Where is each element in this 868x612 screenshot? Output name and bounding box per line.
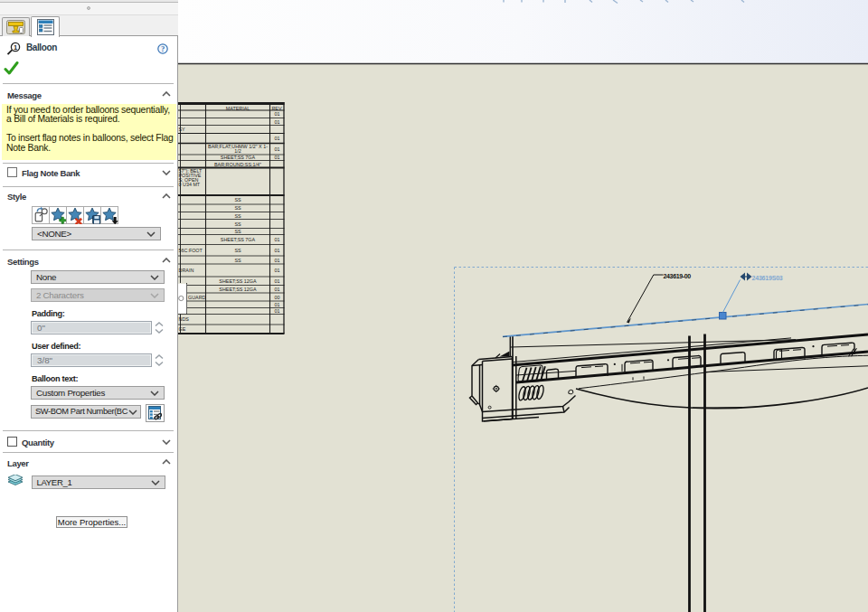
svg-text:SS: SS (234, 221, 241, 227)
svg-text:01: 01 (275, 111, 280, 117)
svg-text:SS: SS (234, 205, 241, 211)
svg-text:SS: SS (234, 258, 241, 263)
svg-text:243619S03: 243619S03 (752, 275, 783, 281)
svg-text:0 U34 MT: 0 U34 MT (179, 182, 201, 187)
svg-text:GE: GE (179, 326, 186, 332)
svg-text:SHEET;SS 12GA: SHEET;SS 12GA (219, 278, 257, 284)
svg-text:01: 01 (275, 258, 280, 263)
svg-text:01: 01 (275, 278, 280, 284)
svg-text:01: 01 (275, 237, 280, 242)
svg-text:1: 1 (14, 43, 17, 52)
svg-text:SHEET;SS 12GA: SHEET;SS 12GA (219, 287, 257, 292)
svg-text:01: 01 (275, 119, 280, 125)
svg-text:DRAIN: DRAIN (179, 268, 194, 273)
svg-text:56C:FOOT: 56C:FOOT (179, 248, 203, 253)
svg-text:01: 01 (275, 146, 280, 152)
svg-text:?: ? (161, 44, 165, 53)
svg-text:00: 00 (275, 295, 280, 300)
svg-text:01: 01 (275, 155, 280, 160)
svg-text:01: 01 (275, 308, 280, 314)
svg-text:1/2: 1/2 (234, 148, 241, 154)
svg-text:SY: SY (179, 127, 186, 132)
svg-text:01: 01 (275, 248, 280, 253)
svg-text:BAR;ROUND;SS;1/4": BAR;ROUND;SS;1/4" (214, 162, 261, 167)
svg-text:SS: SS (234, 248, 241, 253)
svg-text:SHEET;SS 7GA: SHEET;SS 7GA (221, 237, 256, 242)
svg-text:SS: SS (234, 213, 241, 219)
svg-text:SHEET;SS 7GA: SHEET;SS 7GA (221, 155, 256, 160)
svg-text:01: 01 (275, 287, 280, 292)
svg-text:01: 01 (275, 268, 280, 273)
svg-text:01: 01 (275, 136, 280, 141)
svg-text:243619-00: 243619-00 (664, 273, 692, 279)
svg-text:GUARD: GUARD (188, 295, 206, 300)
svg-text:01: 01 (275, 302, 280, 307)
svg-text:SS: SS (234, 229, 241, 234)
svg-text:SS: SS (234, 197, 241, 202)
svg-text:NDS: NDS (179, 316, 190, 322)
